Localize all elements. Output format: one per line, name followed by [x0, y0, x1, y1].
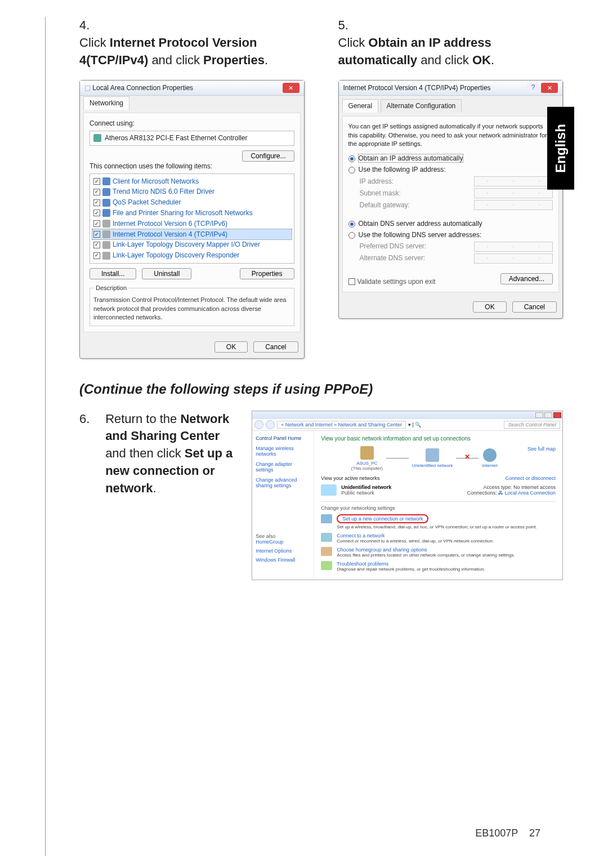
radio-obtain-dns[interactable]: Obtain DNS server address automatically — [348, 219, 553, 229]
access-type: No Internet access — [513, 484, 556, 490]
connect-disconnect-link[interactable]: Connect or disconnect — [505, 475, 556, 481]
node-pc: ASUS_PC(This computer) — [351, 446, 383, 471]
step4-t3: . — [265, 53, 268, 67]
step4-t2: and click — [148, 53, 203, 67]
item-6: Link-Layer Topology Discovery Mapper I/O… — [113, 240, 260, 250]
client-icon — [102, 177, 110, 185]
step-5: 5. Click Obtain an IP address automatica… — [338, 17, 564, 359]
forward-icon[interactable] — [266, 420, 275, 429]
step6-t2: and then click — [105, 446, 185, 460]
setup-new-connection-link[interactable]: Set up a new connection or network — [337, 514, 428, 523]
step5-t3: . — [491, 53, 494, 67]
radio-use-dns-label: Use the following DNS server addresses: — [359, 231, 482, 239]
subnet-field: ··· — [474, 188, 553, 198]
advanced-button[interactable]: Advanced... — [500, 273, 553, 284]
sidebar-wireless[interactable]: Manage wireless networks — [256, 446, 310, 457]
gateway-field: ··· — [474, 200, 553, 210]
network-sharing-window: « Network and Internet » Network and Sha… — [252, 411, 563, 580]
connect-network-link[interactable]: Connect to a network — [337, 533, 385, 538]
node-pc-sub: (This computer) — [351, 466, 383, 471]
see-full-map[interactable]: See full map — [527, 446, 556, 475]
connect-using-label: Connect using: — [90, 119, 294, 128]
alt-dns-field: ··· — [474, 253, 553, 264]
computer-icon — [360, 446, 374, 460]
search-input[interactable]: Search Control Panel — [504, 421, 560, 429]
close-icon[interactable]: ✕ — [283, 83, 299, 93]
pref-dns-label: Preferred DNS server: — [360, 242, 427, 251]
troubleshoot-icon — [321, 561, 332, 570]
radio-use-dns[interactable]: Use the following DNS server addresses: — [348, 230, 553, 240]
tab-alternate[interactable]: Alternate Configuration — [381, 99, 462, 113]
language-tab: English — [547, 107, 574, 190]
item-ipv4-selected[interactable]: ✓Internet Protocol Version 4 (TCP/IPv4) — [92, 229, 292, 240]
gateway-label: Default gateway: — [360, 201, 410, 210]
see-iopts[interactable]: Internet Options — [256, 548, 310, 554]
step4-t1: Click — [79, 35, 110, 50]
change-settings-label: Change your networking settings — [321, 505, 556, 511]
net-name: Unidentified network — [341, 484, 391, 490]
minimize-icon[interactable] — [535, 412, 543, 418]
dialog1-title-text: Local Area Connection Properties — [92, 84, 193, 92]
dialog2-title: Internet Protocol Version 4 (TCP/IPv4) P… — [343, 83, 491, 93]
step-5-number: 5. — [338, 17, 361, 34]
opt3-desc: Access files and printers located on oth… — [337, 553, 515, 558]
description-text: Transmission Control Protocol/Internet P… — [93, 296, 286, 321]
uses-label: This connection uses the following items… — [90, 162, 294, 171]
item-5: Internet Protocol Version 4 (TCP/IPv4) — [113, 230, 227, 239]
configure-button[interactable]: Configure... — [242, 150, 294, 162]
subnet-label: Subnet mask: — [360, 189, 401, 198]
node-internet: Internet — [482, 448, 497, 468]
ip-address-label: IP address: — [360, 177, 394, 186]
sidebar-sharing[interactable]: Change advanced sharing settings — [256, 477, 310, 488]
maximize-icon[interactable] — [544, 412, 552, 418]
radio-obtain-ip[interactable]: Obtain an IP address automatically — [348, 154, 553, 163]
network-icon — [426, 448, 439, 462]
validate-checkbox[interactable]: Validate settings upon exit — [348, 277, 436, 287]
install-button[interactable]: Install... — [90, 268, 136, 279]
see-firewall[interactable]: Windows Firewall — [256, 557, 310, 563]
fileprint-icon — [102, 209, 110, 217]
back-icon[interactable] — [254, 420, 263, 429]
connection-link[interactable]: 🖧 Local Area Connection — [498, 490, 556, 496]
sidebar-home[interactable]: Control Panel Home — [256, 435, 310, 441]
tab-general[interactable]: General — [342, 99, 379, 113]
cancel-button-dlg1[interactable]: Cancel — [253, 341, 298, 353]
step5-t1: Click — [338, 35, 369, 50]
breadcrumb-search-decor: ▾ | 🔍 — [408, 422, 421, 428]
opt1-desc: Set up a wireless, broadband, dial-up, a… — [337, 524, 537, 529]
new-connection-icon — [321, 514, 332, 523]
uninstall-button[interactable]: Uninstall — [142, 268, 191, 279]
see-homegroup[interactable]: HomeGroup — [256, 539, 310, 545]
opt2-desc: Connect or reconnect to a wireless, wire… — [337, 538, 494, 544]
close-icon-ns[interactable] — [553, 412, 561, 418]
cancel-button-dlg2[interactable]: Cancel — [512, 301, 557, 313]
step6-t1: Return to the — [105, 412, 180, 426]
help-icon[interactable]: ? — [527, 83, 539, 93]
close-icon-dlg2[interactable]: ✕ — [541, 83, 558, 93]
ipv6-icon — [102, 220, 110, 228]
active-networks-label: View your active networks — [321, 475, 379, 481]
step5-b2: OK — [472, 53, 491, 67]
troubleshoot-link[interactable]: Troubleshoot problems — [337, 561, 388, 567]
item-2: QoS Packet Scheduler — [113, 198, 181, 207]
item-4: Internet Protocol Version 6 (TCP/IPv6) — [113, 219, 227, 229]
step6-t3: . — [153, 481, 156, 495]
alt-dns-label: Alternate DNS server: — [360, 253, 426, 263]
dialog-ipv4-properties: Internet Protocol Version 4 (TCP/IPv4) P… — [338, 80, 564, 319]
radio-use-ip-label: Use the following IP address: — [359, 166, 446, 173]
pref-dns-field: ··· — [474, 242, 553, 252]
dialog-lan-properties: ⬚ Local Area Connection Properties ✕ Net… — [79, 80, 305, 358]
connection-items-list[interactable]: ✓Client for Microsoft Networks ✓Trend Mi… — [90, 173, 294, 264]
sidebar-adapter[interactable]: Change adapter settings — [256, 461, 310, 473]
page-footer: EB1007P 27 — [475, 827, 540, 839]
ok-button-dlg2[interactable]: OK — [473, 301, 506, 313]
breadcrumb[interactable]: « Network and Internet » Network and Sha… — [277, 421, 406, 429]
radio-use-ip[interactable]: Use the following IP address: — [348, 165, 553, 175]
filter-icon — [102, 188, 110, 196]
node-unidentified: Unidentified network — [412, 448, 453, 468]
properties-button[interactable]: Properties — [240, 268, 294, 279]
tab-networking[interactable]: Networking — [83, 96, 129, 110]
homegroup-link[interactable]: Choose homegroup and sharing options — [337, 547, 427, 553]
qos-icon — [102, 199, 110, 207]
ok-button-dlg1[interactable]: OK — [214, 341, 248, 353]
